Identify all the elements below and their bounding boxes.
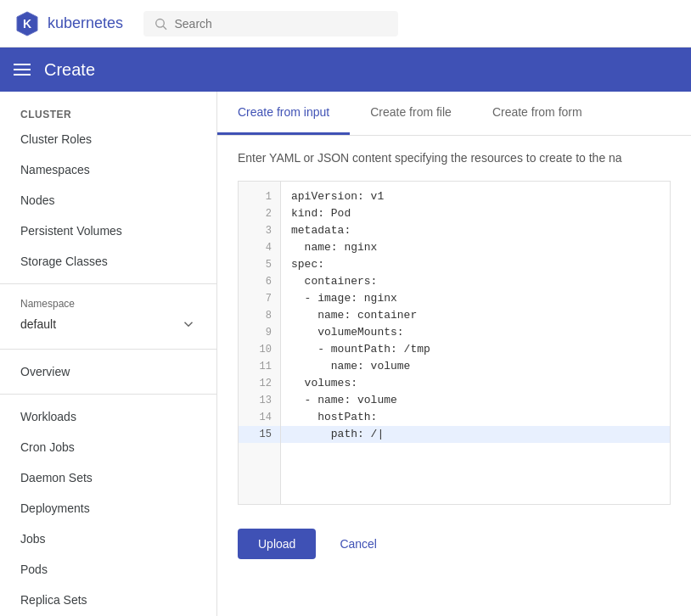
cluster-section-header: Cluster (0, 98, 216, 124)
sidebar-item-replica-sets[interactable]: Replica Sets (0, 585, 216, 615)
line-num-14: 14 (239, 409, 280, 426)
code-line-9: volumeMounts: (281, 324, 670, 341)
sidebar-item-storage-classes[interactable]: Storage Classes (0, 246, 216, 277)
search-input[interactable] (174, 17, 388, 31)
sidebar-item-cron-jobs[interactable]: Cron Jobs (0, 432, 216, 462)
sidebar: Cluster Cluster Roles Namespaces Nodes P… (0, 92, 217, 616)
menu-icon[interactable] (14, 64, 31, 76)
code-line-4: name: nginx (281, 239, 670, 256)
page-title: Create (44, 60, 95, 80)
svg-text:K: K (23, 17, 31, 31)
line-num-13: 13 (239, 392, 280, 409)
line-num-15: 15 (239, 426, 280, 443)
code-line-8: name: container (281, 307, 670, 324)
chevron-down-icon (181, 316, 196, 332)
sidebar-item-namespaces[interactable]: Namespaces (0, 154, 216, 185)
namespace-select[interactable]: default (20, 313, 196, 335)
divider (0, 283, 216, 284)
code-line-12: volumes: (281, 375, 670, 392)
code-line-6: containers: (281, 273, 670, 290)
sidebar-item-overview[interactable]: Overview (0, 356, 216, 387)
line-num-12: 12 (239, 375, 280, 392)
line-num-7: 7 (239, 290, 280, 307)
code-line-15: path: /| (281, 426, 670, 443)
k8s-logo-icon: K (14, 10, 41, 37)
line-num-3: 3 (239, 222, 280, 239)
line-num-8: 8 (239, 307, 280, 324)
code-line-11: name: volume (281, 358, 670, 375)
main-layout: Cluster Cluster Roles Namespaces Nodes P… (0, 92, 691, 616)
sidebar-item-nodes[interactable]: Nodes (0, 185, 216, 216)
line-num-10: 10 (239, 341, 280, 358)
create-panel: Create from input Create from file Creat… (217, 92, 691, 616)
workloads-header[interactable]: Workloads (0, 401, 216, 432)
namespace-value: default (20, 317, 56, 331)
code-editor[interactable]: 1 2 3 4 5 6 7 8 9 10 11 12 13 14 (238, 181, 671, 505)
line-num-9: 9 (239, 324, 280, 341)
divider-2 (0, 349, 216, 350)
upload-button[interactable]: Upload (238, 529, 316, 559)
line-numbers: 1 2 3 4 5 6 7 8 9 10 11 12 13 14 (239, 182, 281, 504)
action-buttons: Upload Cancel (217, 512, 691, 576)
sidebar-item-deployments[interactable]: Deployments (0, 493, 216, 524)
sidebar-item-cluster-roles[interactable]: Cluster Roles (0, 124, 216, 154)
code-line-5: spec: (281, 256, 670, 273)
main-content: Create from input Create from file Creat… (217, 92, 691, 616)
line-num-6: 6 (239, 273, 280, 290)
line-num-5: 5 (239, 256, 280, 273)
tabs-bar: Create from input Create from file Creat… (217, 92, 691, 136)
tab-create-from-file[interactable]: Create from file (350, 92, 472, 135)
line-num-2: 2 (239, 205, 280, 222)
tab-create-from-input[interactable]: Create from input (217, 92, 350, 135)
code-line-3: metadata: (281, 222, 670, 239)
k8s-logo[interactable]: K kubernetes (14, 10, 123, 37)
logo-text: kubernetes (48, 14, 123, 32)
code-line-14: hostPath: (281, 409, 670, 426)
namespace-section: Namespace default (0, 291, 216, 342)
divider-3 (0, 394, 216, 395)
search-icon (154, 16, 167, 31)
top-navigation: K kubernetes (0, 0, 691, 48)
tab-create-from-form[interactable]: Create from form (472, 92, 603, 135)
code-line-10: - mountPath: /tmp (281, 341, 670, 358)
code-lines: apiVersion: v1 kind: Pod metadata: name:… (281, 182, 670, 504)
code-line-2: kind: Pod (281, 205, 670, 222)
code-line-1: apiVersion: v1 (281, 188, 670, 205)
page-header: Create (0, 48, 691, 92)
sidebar-item-jobs[interactable]: Jobs (0, 524, 216, 554)
cancel-button[interactable]: Cancel (326, 529, 390, 559)
code-content: 1 2 3 4 5 6 7 8 9 10 11 12 13 14 (239, 182, 670, 504)
line-num-4: 4 (239, 239, 280, 256)
search-bar (143, 11, 398, 36)
sidebar-item-daemon-sets[interactable]: Daemon Sets (0, 462, 216, 493)
line-num-11: 11 (239, 358, 280, 375)
svg-point-3 (156, 19, 165, 27)
code-line-7: - image: nginx (281, 290, 670, 307)
line-num-1: 1 (239, 188, 280, 205)
namespace-label: Namespace (20, 298, 196, 310)
svg-line-4 (163, 26, 166, 30)
sidebar-item-pods[interactable]: Pods (0, 554, 216, 585)
code-line-13: - name: volume (281, 392, 670, 409)
description-text: Enter YAML or JSON content specifying th… (217, 136, 691, 174)
sidebar-item-persistent-volumes[interactable]: Persistent Volumes (0, 216, 216, 246)
